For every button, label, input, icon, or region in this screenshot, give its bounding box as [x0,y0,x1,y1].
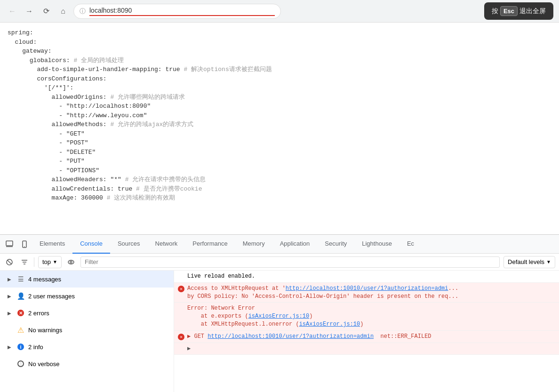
exit-fullscreen-label: 退出全屏 [519,7,546,16]
list-icon: ☰ [17,275,24,283]
address-bar[interactable]: ⓘ localhost:8090 [73,4,281,19]
svg-point-3 [24,246,25,247]
code-line-14: - "DELETE" [8,148,551,157]
devtools-inspect-button[interactable] [2,237,17,252]
levels-selector[interactable]: Default levels ▼ [503,256,555,268]
svg-point-10 [70,261,72,263]
sidebar-item-user-messages[interactable]: ▶ 👤 2 user messages [0,288,174,304]
tab-lighthouse[interactable]: Lighthouse [354,235,399,254]
code-line-10: - "http://www.leyou.com" [8,111,551,120]
tab-network[interactable]: Network [148,235,185,254]
error-circle-icon: ✕ [178,286,184,292]
sidebar-label-info: 2 info [28,344,43,351]
tab-elements[interactable]: Elements [32,235,72,254]
error-circle-icon-2: ✕ [178,334,184,340]
msg-text-live-reload: Live reload enabled. [187,272,555,280]
code-line-4: globalcors: # 全局的跨域处理 [8,56,551,65]
svg-rect-0 [6,241,13,246]
code-content: spring: cloud: gateway: globalcors: # 全局… [0,23,559,234]
none-icon [178,305,184,312]
code-line-12: - "GET" [8,129,551,139]
sidebar-item-info[interactable]: ▶ i 2 info [0,338,174,355]
url-text: localhost:8090 [89,7,275,14]
devtools-device-button[interactable] [17,237,32,252]
sidebar-label-user: 2 user messages [28,293,75,300]
code-line-11: allowedMethods: # 允许的跨域ajax的请求方式 [8,120,551,129]
none-icon [178,273,184,280]
code-line-1: spring: [8,28,551,38]
code-line-2: cloud: [8,38,551,47]
verbose-icon: ⋮ [17,360,24,368]
sidebar-item-errors[interactable]: ▶ ✕ 2 errors [0,304,174,321]
sidebar-item-all-messages[interactable]: ▶ ☰ 4 messages [0,271,174,288]
expand-arrow-icon: ▶ [6,343,13,351]
console-sidebar: ▶ ☰ 4 messages ▶ 👤 2 user messages ▶ ✕ 2… [0,271,174,392]
warning-icon: ⚠ [17,326,24,334]
msg-get-failed: ✕ ▶ GET http://localhost:10010/user/1?au… [174,331,559,343]
context-label: top [42,258,51,265]
svg-line-5 [8,260,11,264]
refresh-button[interactable]: ⟳ [40,5,53,18]
code-line-17: allowedHeaders: "*" # 允许在请求中携带的头信息 [8,175,551,184]
tab-memory[interactable]: Memory [235,235,272,254]
code-line-9: - "http://localhost:8090" [8,102,551,111]
info-icon: i [17,343,24,351]
cors-url-link[interactable]: http://localhost:10010/user/1?authorizat… [286,285,448,292]
msg-expand-row: ▶ [174,343,559,355]
msg-cors-error-1: ✕ Access to XMLHttpRequest at 'http://lo… [174,283,559,303]
console-messages: Live reload enabled. ✕ Access to XMLHttp… [174,271,559,392]
home-button[interactable]: ⌂ [56,5,70,18]
msg-live-reload: Live reload enabled. [174,271,559,283]
msg-text-get-failed: ▶ GET http://localhost:10010/user/1?auth… [187,333,555,341]
sidebar-item-warnings[interactable]: ▶ ⚠ No warnings [0,321,174,338]
fullscreen-button[interactable]: 按 Esc 退出全屏 [484,2,553,20]
code-line-3: gateway: [8,47,551,56]
esc-badge: Esc [500,6,518,16]
tab-console[interactable]: Console [72,235,110,254]
user-icon: 👤 [17,292,24,300]
devtools-tab-bar: Elements Console Sources Network Perform… [0,235,559,254]
msg-text-expand[interactable]: ▶ [187,345,555,353]
tab-application[interactable]: Application [272,235,318,254]
svg-point-9 [68,260,74,264]
code-line-8: allowedOrigins: # 允许哪些网站的跨域请求 [8,93,551,102]
press-label: 按 [492,7,498,16]
tab-security[interactable]: Security [317,235,354,254]
browser-toolbar: ← → ⟳ ⌂ ⓘ localhost:8090 按 Esc 退出全屏 [0,0,559,23]
tab-performance[interactable]: Performance [185,235,235,254]
filter-input[interactable] [80,256,500,268]
chevron-down-icon: ▼ [546,259,551,264]
context-selector[interactable]: top ▼ [38,256,62,268]
code-line-5: add-to-simple-url-handler-mapping: true … [8,65,551,74]
code-line-13: - "POST" [8,138,551,148]
devtools-panel: Elements Console Sources Network Perform… [0,234,559,392]
sidebar-label-all: 4 messages [28,276,61,283]
msg-text-cors-1: Access to XMLHttpRequest at 'http://loca… [187,285,555,301]
expand-arrow-icon: ▶ [6,275,13,283]
eye-button[interactable] [65,256,77,268]
msg-network-error: Error: Network Error at e.exports (isAxi… [174,303,559,330]
back-button[interactable]: ← [6,5,19,18]
code-line-16: - "OPTIONS" [8,166,551,176]
forward-button[interactable]: → [23,5,36,18]
levels-label: Default levels [508,258,544,265]
code-line-15: - "PUT" [8,157,551,166]
code-line-18: allowCredentials: true # 是否允许携带cookie [8,184,551,194]
clear-console-button[interactable] [4,256,15,268]
expand-arrow-icon: ▶ [6,309,13,317]
tab-more[interactable]: Ec [399,235,422,254]
console-toolbar: top ▼ Default levels ▼ [0,254,559,271]
axios-link-1[interactable]: isAxiosError.js:10 [248,313,310,320]
get-url-link[interactable]: http://localhost:10010/user/1?authorizat… [208,333,374,340]
axios-link-2[interactable]: isAxiosError.js:10 [299,321,360,328]
sidebar-item-verbose[interactable]: ▶ ⋮ No verbose [0,355,174,372]
expand-arrow-icon: ▶ [6,292,13,300]
msg-text-network-error: Error: Network Error at e.exports (isAxi… [187,304,555,328]
expand-triangle-icon[interactable]: ▶ [187,333,191,340]
console-body: ▶ ☰ 4 messages ▶ 👤 2 user messages ▶ ✕ 2… [0,271,559,392]
filter-toggle-button[interactable] [19,256,30,268]
tab-sources[interactable]: Sources [110,235,148,254]
chevron-down-icon: ▼ [53,259,57,264]
code-line-7: '[/**]': [8,83,551,93]
code-line-19: maxAge: 360000 # 这次跨域检测的有效期 [8,193,551,203]
